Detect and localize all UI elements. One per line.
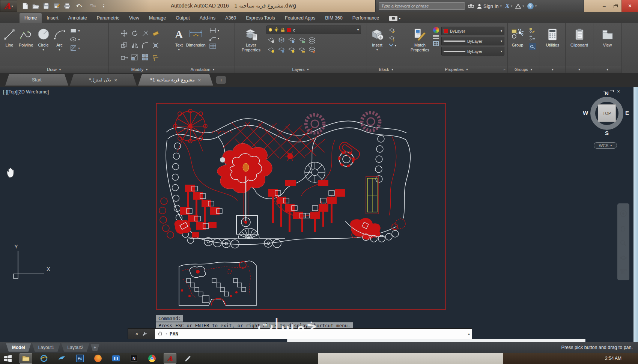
- color-wheel-icon[interactable]: [433, 27, 439, 33]
- tab-home[interactable]: Home: [20, 13, 42, 23]
- edit-attributes-tool[interactable]: ▾: [388, 43, 396, 48]
- tab-output[interactable]: Output: [171, 13, 195, 23]
- layer-match-tool[interactable]: [307, 35, 317, 45]
- group-button[interactable]: Group: [511, 26, 524, 48]
- explode-tool[interactable]: [151, 40, 161, 51]
- object-color-select[interactable]: ByLayer ▾: [441, 27, 504, 35]
- ribbon-display-toggle[interactable]: ▾: [389, 16, 400, 23]
- copy-tool[interactable]: [119, 40, 129, 51]
- hatch-tool[interactable]: ▾: [69, 44, 80, 52]
- navigation-wheel-icon[interactable]: [620, 210, 627, 217]
- tab-insert[interactable]: Insert: [42, 13, 63, 23]
- viewcube-east[interactable]: E: [625, 110, 629, 116]
- horizontal-scrollbar-thumb[interactable]: [287, 339, 585, 342]
- insert-block-button[interactable]: Insert ▼: [370, 26, 384, 51]
- close-tab-icon[interactable]: ×: [114, 78, 117, 83]
- help-button[interactable]: ?▾: [527, 3, 537, 9]
- tab-express-tools[interactable]: Express Tools: [241, 13, 280, 23]
- tab-parametric[interactable]: Parametric: [92, 13, 124, 23]
- application-menu-button[interactable]: A ▾: [0, 0, 17, 12]
- group-selection-toggle[interactable]: [529, 43, 536, 50]
- tab-a360[interactable]: A360: [220, 13, 241, 23]
- utilities-panel-footer[interactable]: ▼: [540, 66, 565, 73]
- taskbar-blue-app[interactable]: [110, 353, 122, 364]
- ungroup-tool[interactable]: [529, 27, 536, 33]
- new-layout-button[interactable]: +: [90, 344, 99, 351]
- pan-hand-icon[interactable]: [620, 225, 627, 232]
- clipboard-button[interactable]: Clipboard: [570, 26, 588, 48]
- viewport-controls-label[interactable]: [-][Top][2D Wireframe]: [3, 89, 49, 95]
- layer-properties-button[interactable]: Layer Properties: [239, 26, 263, 52]
- dimension-tool[interactable]: Dimension: [186, 26, 206, 48]
- viewcube-south[interactable]: S: [605, 130, 609, 136]
- annotation-panel-footer[interactable]: Annotation▼: [171, 66, 235, 73]
- search-icon[interactable]: [468, 4, 474, 8]
- taskbar-notepad-app[interactable]: N: [128, 353, 140, 364]
- ellipse-tool[interactable]: ▾: [69, 36, 80, 43]
- trim-tool[interactable]: [140, 28, 150, 39]
- array-tool[interactable]: [140, 52, 150, 63]
- multileader-tool[interactable]: ▾: [209, 35, 219, 42]
- file-tab-start[interactable]: Start: [5, 74, 68, 86]
- rectangle-tool[interactable]: ▾: [69, 27, 80, 35]
- table-tool[interactable]: [209, 43, 219, 50]
- groups-panel-footer[interactable]: Groups▼: [508, 66, 540, 73]
- restore-button[interactable]: [610, 0, 621, 12]
- viewcube-top-face[interactable]: TOP: [598, 104, 616, 122]
- fillet-tool[interactable]: [140, 40, 150, 51]
- arc-tool[interactable]: Arc ▼: [54, 26, 66, 51]
- view-button[interactable]: View: [602, 26, 614, 48]
- search-input[interactable]: [379, 2, 465, 10]
- stretch-tool[interactable]: [119, 52, 129, 63]
- vertical-scrollbar[interactable]: [633, 87, 638, 342]
- tab-view[interactable]: View: [124, 13, 144, 23]
- cad-drawing[interactable]: [156, 103, 446, 310]
- offset-tool[interactable]: [151, 52, 161, 63]
- viewcube-north[interactable]: N: [605, 90, 609, 96]
- linetype-select[interactable]: ByLayer ▾: [441, 47, 504, 56]
- new-drawing-tab-button[interactable]: +: [216, 76, 226, 84]
- taskbar-file-explorer[interactable]: [20, 353, 32, 364]
- open-file-button[interactable]: [32, 2, 40, 10]
- mirror-tool[interactable]: [130, 40, 140, 51]
- block-panel-footer[interactable]: Block▼: [367, 66, 406, 73]
- transparency-grid-icon[interactable]: [433, 41, 439, 46]
- polyline-tool[interactable]: Polyline: [19, 26, 33, 48]
- taskbar-chrome[interactable]: [146, 353, 158, 364]
- save-as-button[interactable]: [53, 2, 61, 10]
- clipboard-panel-footer[interactable]: ▼: [566, 66, 593, 73]
- a360-icon[interactable]: ▾: [515, 4, 524, 9]
- taskbar-photoshop[interactable]: Ps: [74, 353, 86, 364]
- layer-off-tool[interactable]: [266, 35, 276, 45]
- sign-in-button[interactable]: Sign In ▾: [477, 3, 502, 9]
- showmotion-icon[interactable]: [620, 269, 627, 274]
- taskbar-internet-explorer[interactable]: [38, 353, 50, 364]
- utilities-button[interactable]: Utilities: [546, 26, 559, 48]
- new-file-button[interactable]: [21, 2, 29, 10]
- model-tab[interactable]: Model: [6, 343, 31, 352]
- layer-isolate-tool[interactable]: [277, 35, 286, 45]
- taskbar-messenger[interactable]: [56, 353, 68, 364]
- windows-start-button[interactable]: [2, 353, 14, 364]
- navigation-bar[interactable]: [617, 203, 629, 280]
- command-history-up-icon[interactable]: ▲: [466, 329, 472, 339]
- group-edit-tool[interactable]: [529, 35, 536, 41]
- viewcube-west[interactable]: W: [583, 110, 588, 116]
- taskbar-sketch-app[interactable]: [182, 353, 194, 364]
- layers-panel-footer[interactable]: Layers▼: [235, 66, 367, 73]
- draw-panel-footer[interactable]: Draw▼: [0, 66, 108, 73]
- layer-unlock-tool[interactable]: [297, 45, 307, 54]
- close-tab-icon[interactable]: ×: [198, 78, 201, 83]
- undo-button[interactable]: ↶▾: [74, 2, 85, 10]
- lineweight-list-icon[interactable]: [433, 35, 439, 39]
- taskbar-firefox[interactable]: [92, 353, 104, 364]
- circle-tool[interactable]: Circle ▼: [37, 26, 50, 51]
- file-tab-plan-manzel[interactable]: *بلان لمنزل×: [70, 74, 137, 86]
- customize-qat-button[interactable]: ▾: [101, 2, 107, 10]
- plot-button[interactable]: [63, 2, 71, 10]
- exchange-apps-icon[interactable]: X▾: [505, 3, 512, 9]
- taskbar-autocad[interactable]: A: [164, 353, 176, 364]
- linear-dimension-tool[interactable]: ▾: [209, 27, 219, 34]
- layer-select[interactable]: c ▾: [266, 26, 361, 34]
- zoom-magnifier-icon[interactable]: [620, 240, 627, 247]
